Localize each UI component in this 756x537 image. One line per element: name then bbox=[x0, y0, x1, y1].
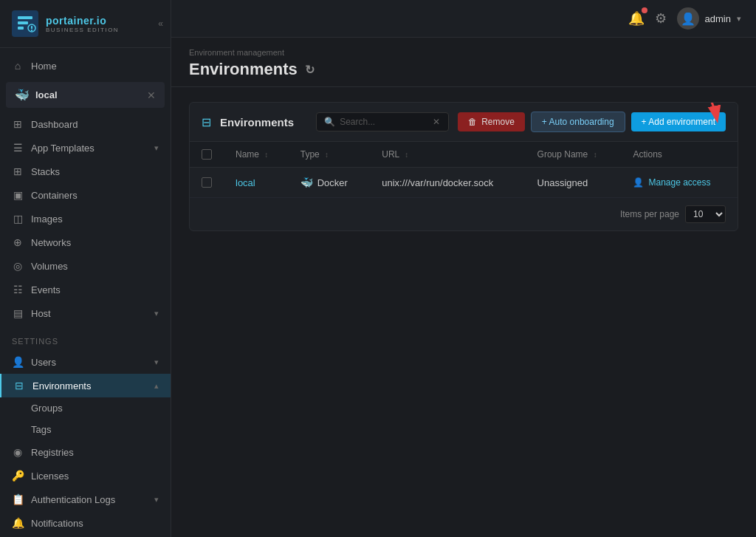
add-environment-label: + Add environment bbox=[642, 117, 715, 127]
sidebar-item-tags[interactable]: Tags bbox=[0, 419, 171, 440]
sidebar-item-registries[interactable]: ◉ Registries bbox=[0, 440, 171, 464]
auto-onboarding-button[interactable]: + Auto onboarding bbox=[531, 112, 625, 132]
notification-badge bbox=[642, 7, 647, 13]
environment-actions-cell: 👤 Manage access bbox=[621, 168, 738, 198]
containers-icon: ▣ bbox=[12, 189, 24, 201]
notifications-icon: 🔔 bbox=[12, 517, 24, 529]
app-edition: BUSINESS EDITION bbox=[46, 27, 119, 33]
main-content: 🔔 ⚙ 👤 admin ▾ Environment management Env… bbox=[171, 0, 756, 537]
sidebar-item-groups[interactable]: Groups bbox=[0, 397, 171, 419]
sidebar-item-app-templates[interactable]: ☰ App Templates ▾ bbox=[0, 136, 171, 160]
name-sort-icon[interactable]: ↕ bbox=[264, 151, 268, 159]
content-area: ⊟ Environments 🔍 ✕ 🗑 Remove + Auto onboa… bbox=[171, 87, 756, 537]
portainer-logo bbox=[12, 10, 38, 37]
url-sort-icon[interactable]: ↕ bbox=[405, 151, 408, 159]
sidebar-item-images[interactable]: ◫ Images bbox=[0, 207, 171, 230]
environment-name-cell: local bbox=[224, 168, 289, 198]
sidebar-item-containers[interactable]: ▣ Containers bbox=[0, 183, 171, 207]
per-page-select[interactable]: 10 25 50 100 bbox=[685, 205, 726, 223]
refresh-button[interactable]: ↻ bbox=[305, 63, 315, 77]
environment-name-link[interactable]: local bbox=[236, 177, 255, 188]
notifications-bell-button[interactable]: 🔔 bbox=[628, 10, 645, 27]
search-input[interactable] bbox=[340, 117, 428, 127]
sidebar-item-label: Stacks bbox=[31, 166, 159, 177]
context-close-button[interactable]: ✕ bbox=[147, 89, 156, 101]
manage-access-icon: 👤 bbox=[633, 177, 644, 188]
remove-label: Remove bbox=[481, 117, 515, 127]
images-icon: ◫ bbox=[12, 213, 24, 225]
sidebar-collapse-button[interactable]: « bbox=[158, 18, 163, 29]
name-column-label: Name bbox=[236, 149, 259, 160]
sidebar-item-host[interactable]: ▤ Host ▾ bbox=[0, 301, 171, 325]
page-title: Environments ↻ bbox=[189, 60, 738, 79]
sidebar-item-events[interactable]: ☷ Events bbox=[0, 278, 171, 301]
actions-column-header: Actions bbox=[621, 142, 738, 168]
sidebar-item-label: Environments bbox=[32, 380, 147, 391]
sidebar-item-notifications[interactable]: 🔔 Notifications bbox=[0, 511, 171, 535]
chevron-down-icon: ▾ bbox=[154, 309, 159, 318]
svg-rect-5 bbox=[31, 26, 32, 29]
sidebar-item-volumes[interactable]: ◎ Volumes bbox=[0, 254, 171, 278]
page-title-text: Environments bbox=[189, 60, 298, 79]
sidebar-item-auth-logs[interactable]: 📋 Authentication Logs ▾ bbox=[0, 488, 171, 511]
sidebar-item-label: Host bbox=[31, 308, 147, 319]
settings-gear-button[interactable]: ⚙ bbox=[655, 10, 667, 27]
sidebar-item-label: Events bbox=[31, 284, 159, 295]
breadcrumb: Environment management bbox=[189, 48, 738, 57]
dashboard-icon: ⊞ bbox=[12, 118, 24, 130]
events-icon: ☷ bbox=[12, 284, 24, 295]
networks-icon: ⊕ bbox=[12, 236, 24, 248]
user-menu[interactable]: 👤 admin ▾ bbox=[677, 7, 741, 30]
svg-rect-3 bbox=[18, 27, 24, 30]
type-sort-icon[interactable]: ↕ bbox=[325, 151, 329, 159]
sidebar-item-users[interactable]: 👤 Users ▾ bbox=[0, 350, 171, 374]
chevron-down-icon: ▾ bbox=[154, 495, 159, 504]
search-icon: 🔍 bbox=[324, 117, 335, 127]
items-per-page-label: Items per page bbox=[620, 209, 679, 219]
sidebar-item-label: Users bbox=[31, 357, 147, 368]
row-checkbox-cell bbox=[190, 168, 224, 198]
actions-column-label: Actions bbox=[633, 149, 662, 160]
chevron-up-icon: ▴ bbox=[154, 381, 159, 391]
sidebar-item-networks[interactable]: ⊕ Networks bbox=[0, 230, 171, 254]
type-column-label: Type bbox=[300, 149, 320, 160]
sidebar-item-label: Groups bbox=[31, 403, 63, 414]
pagination-row: Items per page 10 25 50 100 bbox=[190, 198, 738, 230]
context-name: local bbox=[35, 89, 141, 100]
chevron-down-icon: ▾ bbox=[154, 358, 159, 367]
sidebar-item-dashboard[interactable]: ⊞ Dashboard bbox=[0, 112, 171, 136]
sidebar-item-label: Licenses bbox=[31, 471, 159, 482]
avatar-icon: 👤 bbox=[681, 12, 695, 26]
manage-access-button[interactable]: 👤 Manage access bbox=[633, 177, 726, 188]
sidebar-item-environments[interactable]: ⊟ Environments ▴ bbox=[0, 374, 171, 397]
sidebar-item-home[interactable]: ⌂ Home bbox=[0, 54, 171, 78]
group-sort-icon[interactable]: ↕ bbox=[594, 151, 597, 159]
sidebar-nav: ⌂ Home 🐳 local ✕ ⊞ Dashboard ☰ App Templ… bbox=[0, 48, 171, 537]
username-label: admin bbox=[705, 13, 731, 24]
search-clear-button[interactable]: ✕ bbox=[433, 117, 440, 127]
sidebar-item-stacks[interactable]: ⊞ Stacks bbox=[0, 160, 171, 183]
trash-icon: 🗑 bbox=[468, 117, 477, 127]
remove-button[interactable]: 🗑 Remove bbox=[458, 112, 525, 131]
app-templates-icon: ☰ bbox=[12, 142, 24, 154]
home-icon: ⌂ bbox=[12, 60, 24, 72]
sidebar-item-licenses[interactable]: 🔑 Licenses bbox=[0, 464, 171, 488]
sidebar-item-label: Registries bbox=[31, 447, 159, 458]
chevron-down-icon: ▾ bbox=[154, 143, 159, 153]
sidebar-item-label: Volumes bbox=[31, 261, 159, 272]
sidebar-item-label: Images bbox=[31, 213, 159, 225]
select-all-checkbox[interactable] bbox=[202, 149, 212, 160]
url-column-label: URL bbox=[382, 149, 399, 160]
add-environment-button[interactable]: + Add environment bbox=[631, 112, 726, 131]
type-column-header: Type ↕ bbox=[289, 142, 371, 168]
row-checkbox[interactable] bbox=[202, 177, 212, 188]
stacks-icon: ⊞ bbox=[12, 165, 24, 177]
environment-type-cell: 🐳 Docker bbox=[289, 168, 371, 198]
environment-url-cell: unix:///var/run/docker.sock bbox=[370, 168, 525, 198]
group-column-label: Group Name bbox=[537, 149, 588, 160]
host-icon: ▤ bbox=[12, 307, 24, 319]
panel-header: ⊟ Environments 🔍 ✕ 🗑 Remove + Auto onboa… bbox=[190, 103, 738, 142]
table-header: Name ↕ Type ↕ URL ↕ Group Name bbox=[190, 142, 738, 168]
user-menu-chevron-icon: ▾ bbox=[737, 14, 741, 24]
svg-rect-6 bbox=[31, 30, 32, 31]
